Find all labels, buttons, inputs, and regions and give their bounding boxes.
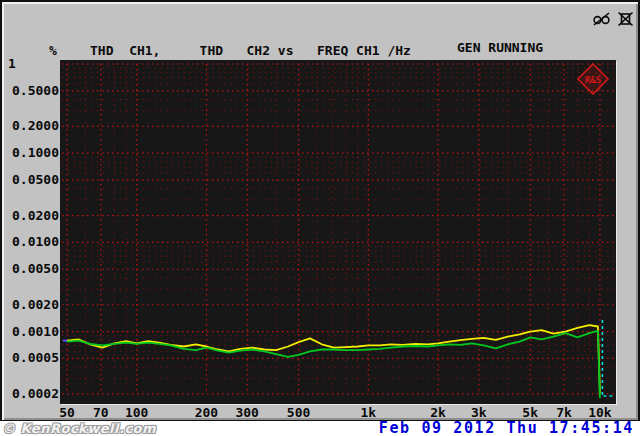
y-axis-unit: % xyxy=(49,43,57,58)
y-axis-label: 0.0005 xyxy=(8,351,59,365)
y-axis-label: 0.5000 xyxy=(8,84,59,98)
y-axis-label: 0.0500 xyxy=(8,173,59,187)
y-axis-label: 0.0200 xyxy=(8,209,59,223)
y-axis-label: 1 xyxy=(8,57,59,71)
y-axis-label: 0.0050 xyxy=(8,262,59,276)
status-line-gen: GEN RUNNING xyxy=(457,40,590,55)
x-axis-label: 1k xyxy=(338,405,398,420)
y-axis-label: 0.0020 xyxy=(8,298,59,312)
watermark: © KenRockwell.com xyxy=(2,421,156,436)
thd-chart-svg: R&S xyxy=(60,60,616,404)
x-axis-label: 100 xyxy=(107,405,167,420)
plot-area: R&S xyxy=(60,60,616,404)
datetime-label: Feb 09 2012 Thu 17:45:14 xyxy=(379,421,634,436)
keyboard-crossed-icon xyxy=(617,11,634,27)
y-axis-label: 0.0010 xyxy=(8,325,59,339)
y-axis-label: 0.2000 xyxy=(8,119,59,133)
y-axis-label: 0.1000 xyxy=(8,146,59,160)
instrument-screen: GEN RUNNING ANL 1:STOP 2:STOP SWP TERMIN… xyxy=(0,0,640,422)
rs-logo-text: R&S xyxy=(585,75,601,85)
y-axis-label: 0.0100 xyxy=(8,235,59,249)
trace-ch1 xyxy=(67,325,600,394)
x-axis-label: 500 xyxy=(269,405,329,420)
audio-analyzer-screenshot: { "header": { "status_lines": ["GEN RUNN… xyxy=(0,0,640,436)
bottom-strip: © KenRockwell.com Feb 09 2012 Thu 17:45:… xyxy=(0,421,640,436)
header-status-icons xyxy=(592,11,634,27)
y-axis-label: 0.0002 xyxy=(8,387,59,401)
mouse-crossed-icon xyxy=(592,11,611,27)
chart-title: THD CH1, THD CH2 vs FREQ CH1 /Hz xyxy=(90,43,411,58)
x-axis-label: 10k xyxy=(570,405,630,420)
